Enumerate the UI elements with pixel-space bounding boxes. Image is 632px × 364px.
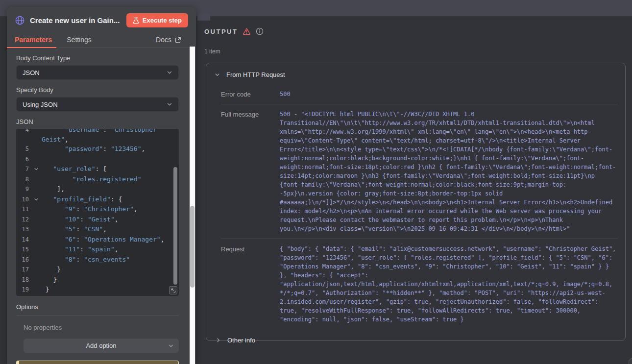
add-option-label: Add option <box>86 342 116 349</box>
docs-label: Docs <box>156 36 171 44</box>
line-number: 11 <box>16 204 31 215</box>
editor-scrollbar-thumb[interactable] <box>173 167 177 285</box>
code-text: "5": "CSN", <box>42 224 179 235</box>
fold-chevron-icon[interactable] <box>31 164 42 174</box>
editor-line: 4 "username": "Christopher Geist", <box>16 129 179 144</box>
fold-spacer <box>31 174 42 185</box>
json-editor-lines: 4 "username": "Christopher Geist",5 "pas… <box>16 129 179 295</box>
editor-line: 19 } <box>16 285 179 295</box>
chevron-right-icon[interactable] <box>216 338 221 343</box>
line-number: 18 <box>16 275 31 285</box>
fold-spacer <box>31 235 42 245</box>
output-row-label: Full message <box>221 110 280 233</box>
chevron-down-icon <box>167 101 172 107</box>
execute-step-label: Execute step <box>143 17 182 24</box>
editor-line: 9 ], <box>16 184 179 194</box>
code-text: "user_role": [ <box>42 164 179 174</box>
code-text: "8": "csn_events" <box>42 255 179 265</box>
body-content-type-select[interactable]: JSON <box>16 65 179 80</box>
output-header: OUTPUT <box>204 27 264 35</box>
code-text: "password": "123456", <box>42 144 179 154</box>
warning-triangle-icon <box>243 27 251 35</box>
chevron-down-icon <box>167 70 172 75</box>
options-divider <box>16 315 179 315</box>
line-number: 16 <box>16 255 31 265</box>
node-detail-panel: Create new user in Gain... Execute step … <box>7 7 196 364</box>
tab-parameters[interactable]: Parameters <box>15 32 52 48</box>
fold-spacer <box>31 204 42 215</box>
docs-link[interactable]: Docs <box>156 36 181 44</box>
editor-line: 7 "user_role": [ <box>16 164 179 174</box>
code-text: "11": "spain", <box>42 244 179 255</box>
output-rows: Error code500Full message500 - "<!DOCTYP… <box>206 84 625 329</box>
line-number: 19 <box>16 285 31 295</box>
fold-spacer <box>31 265 42 275</box>
raw-requests-notice: You can view the raw requests this node … <box>16 361 179 364</box>
specify-body-label: Specify Body <box>16 86 196 94</box>
output-row-value: 500 - "<!DOCTYPE html PUBLIC\n\t\"-//W3C… <box>280 110 618 233</box>
output-row: Error code500 <box>221 84 618 104</box>
editor-line: 12 "10": "Geist", <box>16 215 179 225</box>
editor-line: 10 "profile_field": { <box>16 194 179 205</box>
body-content-type-value: JSON <box>23 69 40 76</box>
items-count: 1 item <box>204 48 220 55</box>
editor-line: 15 "11": "spain", <box>16 244 179 255</box>
background-panel-corner <box>629 358 632 364</box>
fold-chevron-icon[interactable] <box>31 194 42 205</box>
code-text: } <box>42 265 179 275</box>
parameters-body: Body Content Type JSON Specify Body Usin… <box>7 54 196 364</box>
node-title: Create new user in Gain... <box>30 16 122 24</box>
line-number: 12 <box>16 215 31 225</box>
output-row-label: Request <box>221 244 280 324</box>
fold-spacer <box>31 244 42 255</box>
specify-body-select[interactable]: Using JSON <box>16 97 179 112</box>
other-info-label: Other info <box>227 337 255 344</box>
options-section-label: Options <box>16 303 196 311</box>
editor-line: 8 "roles.registered" <box>16 174 179 185</box>
code-text <box>42 154 179 165</box>
code-text: "roles.registered" <box>42 174 179 185</box>
code-text: "6": "Operations Manager", <box>42 235 179 245</box>
output-row: Request{ "body": { "data": { "email": "a… <box>221 239 618 329</box>
add-option-button[interactable]: Add option <box>24 339 179 353</box>
line-number: 9 <box>16 184 31 194</box>
line-number: 14 <box>16 235 31 245</box>
fold-spacer <box>31 154 42 165</box>
tab-settings[interactable]: Settings <box>67 32 92 48</box>
code-text: } <box>42 275 179 285</box>
editor-line: 18 } <box>16 275 179 285</box>
fold-spacer <box>31 275 42 285</box>
editor-line: 5 "password": "123456", <box>16 144 179 154</box>
line-number: 15 <box>16 244 31 255</box>
fold-spacer <box>31 184 42 194</box>
line-number: 10 <box>16 194 31 205</box>
chevron-down-icon[interactable] <box>215 72 220 77</box>
line-number: 7 <box>16 164 31 174</box>
editor-line: 16 "8": "csn_events" <box>16 255 179 265</box>
external-link-icon <box>175 37 181 43</box>
expand-editor-icon[interactable] <box>169 286 177 294</box>
json-code-editor[interactable]: 4 "username": "Christopher Geist",5 "pas… <box>16 129 179 296</box>
chevron-down-icon <box>168 343 174 349</box>
fold-spacer <box>31 215 42 225</box>
panel-scrollbar-thumb[interactable] <box>190 206 194 288</box>
line-number: 6 <box>16 154 31 165</box>
editor-line: 17 } <box>16 265 179 275</box>
output-row-value: 500 <box>280 90 618 98</box>
fold-spacer <box>31 255 42 265</box>
fold-spacer <box>31 224 42 235</box>
panel-scrollbar-track[interactable] <box>190 47 195 364</box>
execute-step-button[interactable]: Execute step <box>126 13 188 27</box>
editor-line: 14 "6": "Operations Manager", <box>16 235 179 245</box>
tab-bar: Parameters Settings Docs <box>7 32 196 48</box>
output-group-header[interactable]: From HTTP Request <box>206 63 625 84</box>
editor-line: 13 "5": "CSN", <box>16 224 179 235</box>
code-text: "username": "Christopher Geist", <box>42 129 179 144</box>
info-icon[interactable] <box>256 27 264 35</box>
output-result-box: From HTTP Request Error code500Full mess… <box>206 63 626 341</box>
editor-line: 6 <box>16 154 179 165</box>
output-group-title: From HTTP Request <box>226 71 285 78</box>
other-info-toggle[interactable]: Other info <box>206 329 625 351</box>
globe-node-icon <box>15 15 25 25</box>
code-text: "9": "Christopher", <box>42 204 179 215</box>
